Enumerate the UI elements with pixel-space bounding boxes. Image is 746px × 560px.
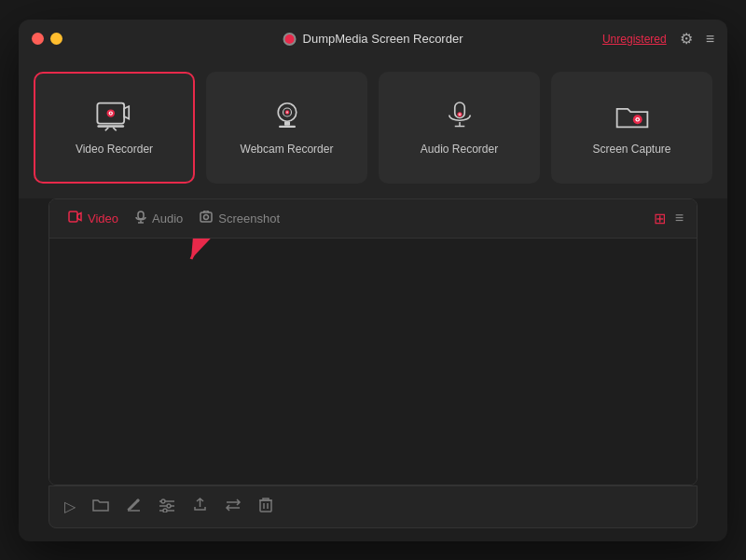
record-dot-icon [283,33,297,46]
svg-rect-25 [138,212,144,219]
svg-point-36 [163,509,167,512]
svg-point-34 [161,499,165,503]
tab-screenshot-label: Screenshot [218,212,280,225]
content-area: Video Audio [48,198,698,485]
title-right: Unregistered ⚙ ≡ [602,30,714,48]
folder-button[interactable] [92,498,109,516]
screen-capture-card[interactable]: Screen Capture [551,72,712,184]
screenshot-tab-icon [200,211,213,225]
svg-point-6 [109,112,111,114]
content-body [49,239,697,485]
title-bar: DumpMedia Screen Recorder Unregistered ⚙… [19,20,727,59]
audio-recorder-icon [439,100,480,133]
audio-recorder-card[interactable]: Audio Recorder [379,72,540,184]
video-recorder-card[interactable]: Video Recorder [34,72,195,184]
sliders-button[interactable] [159,498,175,516]
webcam-recorder-icon [267,100,308,133]
svg-rect-37 [260,500,271,512]
tab-video[interactable]: Video [64,203,131,233]
bottom-toolbar: ▷ [48,485,698,528]
tab-view-controls: ⊞ ≡ [654,210,684,227]
unregistered-link[interactable]: Unregistered [602,33,667,46]
svg-rect-24 [69,212,77,222]
svg-point-17 [459,114,460,115]
svg-point-29 [204,215,209,220]
play-button[interactable]: ▷ [64,498,76,515]
grid-view-button[interactable]: ⊞ [654,210,666,227]
minimize-button[interactable] [50,33,62,45]
svg-rect-13 [279,125,296,127]
tab-video-label: Video [88,212,118,225]
webcam-recorder-card[interactable]: Webcam Recorder [206,72,367,184]
tab-audio[interactable]: Audio [131,203,196,234]
svg-point-35 [167,504,171,508]
edit-button[interactable] [126,497,142,516]
svg-point-11 [286,111,287,112]
tab-audio-label: Audio [152,212,183,225]
audio-tab-icon [135,211,146,226]
screen-capture-label: Screen Capture [592,143,670,156]
list-view-button[interactable]: ≡ [675,210,684,226]
window-controls [32,33,62,45]
audio-recorder-label: Audio Recorder [421,143,498,156]
svg-rect-28 [200,212,212,222]
svg-rect-1 [97,125,124,128]
menu-icon[interactable]: ≡ [706,31,714,48]
svg-point-22 [636,118,638,120]
content-tabs: Video Audio [49,199,697,239]
settings-icon[interactable]: ⚙ [680,30,693,48]
app-window: DumpMedia Screen Recorder Unregistered ⚙… [19,20,727,541]
tab-screenshot[interactable]: Screenshot [196,203,293,233]
screen-capture-icon [612,100,653,133]
trash-button[interactable] [258,497,273,516]
video-tab-icon [68,211,82,225]
svg-rect-12 [284,121,290,126]
swap-button[interactable] [225,498,242,516]
video-recorder-icon [94,100,135,133]
app-title: DumpMedia Screen Recorder [303,32,463,46]
svg-line-3 [113,127,116,130]
title-center: DumpMedia Screen Recorder [283,32,463,46]
mode-area: Video Recorder Webcam Recorder [19,59,727,198]
close-button[interactable] [32,33,44,45]
video-recorder-label: Video Recorder [76,143,153,156]
webcam-recorder-label: Webcam Recorder [241,143,334,156]
upload-button[interactable] [192,497,208,516]
svg-line-2 [104,127,107,130]
